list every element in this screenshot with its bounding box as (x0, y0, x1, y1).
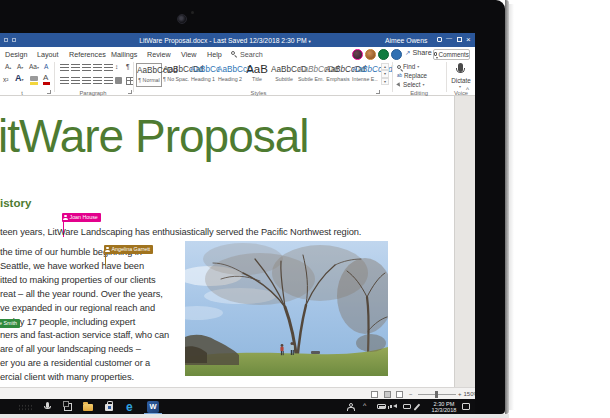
align-center-button[interactable] (71, 77, 80, 84)
style-no-spacing[interactable]: AaBbCcDd¶ No Spac... (163, 63, 189, 87)
tab-review[interactable]: Review (147, 51, 171, 59)
justify-button[interactable] (93, 77, 102, 84)
style-intense-emphasis[interactable]: AaBbCcDdIntense E... (352, 63, 378, 87)
tab-mailings[interactable]: Mailings (111, 51, 137, 59)
search-box[interactable]: Search (240, 51, 263, 59)
battery-icon[interactable] (377, 404, 386, 409)
align-left-button[interactable] (60, 77, 69, 84)
style-title[interactable]: AaBTitle (244, 63, 270, 87)
webcam-led-icon (191, 11, 194, 14)
ribbon: A▴ A▾ Aa▾ A x² A▾ A t ↕ ¶ (0, 60, 475, 96)
decrease-indent-button[interactable] (93, 64, 102, 71)
align-right-button[interactable] (82, 77, 91, 84)
numbering-button[interactable] (71, 64, 80, 71)
highlight-pen-icon[interactable] (30, 76, 38, 81)
tab-references[interactable]: References (69, 51, 106, 59)
action-center-icon[interactable] (462, 403, 470, 411)
cortana-mic-stand (44, 406, 51, 410)
keyboard-icon[interactable] (403, 404, 411, 410)
coauthor-flag-joe: Joe Smith (0, 319, 20, 328)
document-page[interactable]: itWare Proposal istory Joan House teen y… (0, 96, 455, 387)
search-icon[interactable] (231, 51, 235, 55)
styles-dialog-launcher[interactable] (376, 90, 380, 94)
edge-icon[interactable]: e (126, 400, 133, 414)
people-tray-icon[interactable] (346, 403, 354, 411)
document-photo[interactable] (185, 241, 388, 376)
sort-button[interactable]: ↕ (115, 63, 118, 71)
active-app-indicator (144, 413, 162, 415)
style-subtitle[interactable]: AaBbCcDSubtitle (271, 63, 297, 87)
styles-scroll-down-icon[interactable]: ▾ (381, 70, 389, 78)
share-button[interactable]: ↗ Share (405, 49, 432, 57)
paragraph-group-label: Paragraph (60, 90, 126, 96)
task-view-icon[interactable] (64, 403, 72, 411)
close-button[interactable]: × (466, 36, 471, 43)
style-emphasis[interactable]: AaBbCcDdEmphasis (325, 63, 351, 87)
avatar[interactable] (378, 49, 389, 60)
tab-design[interactable]: Design (5, 51, 27, 59)
tab-layout[interactable]: Layout (37, 51, 59, 59)
web-layout-icon[interactable] (396, 391, 403, 398)
superscript-button[interactable]: x² (3, 76, 8, 84)
start-button[interactable] (18, 404, 34, 411)
bullets-button[interactable] (60, 64, 69, 71)
increase-indent-button[interactable] (104, 64, 113, 71)
tab-help[interactable]: Help (207, 51, 222, 59)
font-dialog-launcher[interactable] (47, 90, 51, 94)
style-heading1[interactable]: AaBbCcHeading 1 (190, 63, 216, 87)
shrink-font-button[interactable]: A▾ (17, 63, 23, 72)
document-title: LitWare Proposal.docx - Last Saved 12/3/… (100, 37, 350, 45)
zoom-out-button[interactable]: − (409, 391, 413, 398)
park-photo-image (185, 241, 388, 376)
quick-access-icon[interactable] (4, 38, 8, 42)
font-color-button[interactable]: A▾ (15, 74, 24, 84)
collapse-ribbon-icon[interactable]: ^ (466, 87, 469, 93)
pilcrow-button[interactable]: ¶ (126, 63, 130, 71)
ribbon-display-options-icon[interactable] (437, 37, 442, 42)
style-heading2[interactable]: AaBbCcDHeading 2 (217, 63, 243, 87)
paragraph-dialog-launcher[interactable] (128, 90, 132, 94)
tray-expand-icon[interactable]: ^ (363, 402, 366, 409)
avatar[interactable] (365, 49, 376, 60)
select-button[interactable]: Select▾ (397, 81, 425, 89)
minimize-button[interactable]: — (446, 35, 452, 42)
find-button[interactable]: Find▾ (397, 63, 419, 71)
dictate-mic-stand (456, 68, 465, 73)
file-explorer-icon[interactable] (83, 404, 93, 411)
line-spacing-button[interactable] (104, 77, 113, 84)
avatar[interactable] (352, 49, 363, 60)
styles-scroll-up-icon[interactable]: ▴ (381, 63, 389, 71)
doc-line: ercial client with many properties. (0, 371, 169, 385)
shading-bucket-icon[interactable] (115, 77, 122, 84)
zoom-level[interactable]: 150% (464, 391, 476, 398)
restore-button[interactable] (457, 37, 462, 42)
tab-view[interactable]: View (181, 51, 196, 59)
saved-status-dropdown-icon[interactable]: ▾ (309, 39, 311, 44)
font-color-red-button[interactable]: A (43, 74, 48, 82)
quick-access-icon[interactable] (12, 38, 16, 42)
text-effects-button[interactable]: A (44, 63, 48, 71)
avatar[interactable] (391, 49, 402, 60)
volume-icon[interactable] (393, 404, 397, 408)
styles-gallery-more-icon[interactable]: ▾ (381, 78, 389, 86)
microsoft-store-icon[interactable] (105, 404, 113, 411)
zoom-slider-thumb[interactable] (435, 391, 438, 398)
word-title-bar[interactable]: LitWare Proposal.docx - Last Saved 12/3/… (0, 33, 475, 47)
read-mode-icon[interactable] (371, 391, 378, 398)
grow-font-button[interactable]: A▴ (5, 63, 11, 72)
print-layout-icon[interactable] (384, 391, 391, 398)
style-subtle-emphasis[interactable]: AaBbCcDdSubtle Em... (298, 63, 324, 87)
change-case-button[interactable]: Aa▾ (29, 63, 39, 72)
comments-button[interactable]: Comments (433, 49, 470, 60)
zoom-in-button[interactable]: + (458, 391, 462, 398)
find-icon (397, 65, 401, 69)
dictate-dropdown-icon[interactable]: ▾ (459, 84, 461, 89)
style-normal[interactable]: AaBbCcDd¶ Normal (136, 63, 162, 87)
taskbar-clock[interactable]: 2:30 PM 12/3/2018 (428, 401, 460, 414)
word-taskbar-icon[interactable]: W (147, 401, 159, 413)
replace-button[interactable]: ab Replace (397, 72, 427, 80)
person-icon (63, 215, 68, 221)
select-cursor-icon (396, 82, 402, 88)
multilevel-list-button[interactable] (82, 64, 91, 71)
pen-icon[interactable] (414, 403, 421, 410)
